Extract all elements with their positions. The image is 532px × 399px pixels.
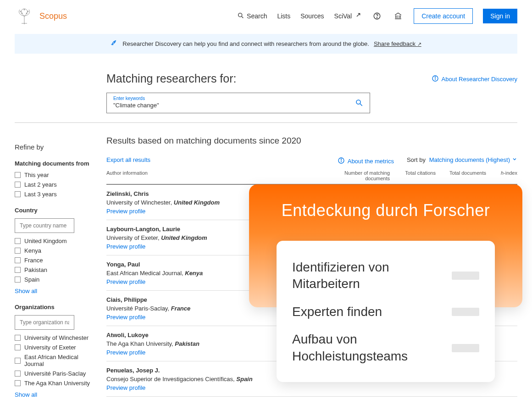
help-icon[interactable] (371, 11, 382, 22)
col-author: Author information (106, 170, 321, 181)
refine-sidebar: Refine by Matching documents from This y… (15, 143, 97, 398)
about-researcher-discovery-link[interactable]: About Researcher Discovery (432, 75, 517, 83)
facet-option[interactable]: East African Medical Journal (15, 354, 97, 367)
page-title: Matching researchers for: (106, 72, 236, 85)
svg-line-14 (360, 104, 362, 106)
sort-by-label: Sort by (407, 156, 426, 163)
about-metrics-link[interactable]: About the metrics (338, 157, 394, 166)
divider (15, 122, 517, 123)
preview-profile-link[interactable]: Preview profile (106, 278, 145, 285)
checkbox-icon (15, 182, 21, 188)
svg-point-0 (20, 11, 21, 12)
facet-option[interactable]: Kenya (15, 247, 97, 254)
checkbox-icon (15, 248, 21, 254)
info-icon (432, 75, 439, 83)
nav-scival[interactable]: SciVal (334, 12, 362, 21)
facet-orgs-title: Organizations (15, 304, 97, 310)
country-filter-input[interactable] (15, 218, 74, 233)
facet-country-title: Country (15, 207, 97, 214)
facet-option[interactable]: Last 3 years (15, 191, 97, 198)
share-feedback-link[interactable]: Share feedback ↗ (374, 40, 421, 48)
facet-option[interactable]: Pakistan (15, 266, 97, 273)
facet-option[interactable]: Université Paris-Saclay (15, 370, 97, 377)
promo-item: Aufbau von Hochleistungsteams (292, 331, 479, 365)
facet-option[interactable]: University of Winchester (15, 334, 97, 341)
promo-item-text: Experten finden (292, 304, 444, 320)
facet-option[interactable]: Last 2 years (15, 181, 97, 188)
svg-point-13 (356, 100, 360, 104)
country-show-all[interactable]: Show all (15, 288, 37, 294)
checkbox-icon (15, 371, 21, 377)
svg-point-4 (26, 13, 27, 14)
facet-option-label: University of Exeter (24, 344, 76, 351)
banner-text: Researcher Discovery can help you find a… (122, 40, 369, 47)
results-heading: Results based on matching documents sinc… (106, 136, 517, 146)
preview-profile-link[interactable]: Preview profile (106, 243, 145, 250)
svg-point-5 (238, 13, 242, 17)
results-toolbar: Export all results About the metrics Sor… (106, 154, 517, 166)
keyword-search-box[interactable]: Enter keywords (106, 93, 370, 113)
facet-option-label: Kenya (24, 247, 41, 254)
external-link-icon (354, 12, 361, 21)
nav-search[interactable]: Search (237, 12, 267, 21)
elsevier-tree-icon (15, 6, 34, 26)
checkbox-icon (15, 380, 21, 386)
promo-item-text: Identifizieren von Mitarbeitern (292, 259, 444, 293)
checkbox-icon (15, 257, 21, 263)
org-filter-input[interactable] (15, 315, 74, 330)
svg-point-8 (377, 17, 377, 18)
facet-option-label: France (24, 257, 43, 264)
facet-option-label: Spain (24, 276, 39, 283)
placeholder-bar (452, 308, 479, 316)
facet-docs-from: This yearLast 2 yearsLast 3 years (15, 172, 97, 198)
table-row: Horton, Richard C.The Lancet, United Kin… (106, 397, 517, 399)
svg-point-3 (22, 13, 22, 14)
facet-docs-from-title: Matching documents from (15, 160, 97, 167)
preview-profile-link[interactable]: Preview profile (106, 314, 145, 321)
facet-country: United KingdomKenyaFrancePakistanSpain (15, 238, 97, 283)
search-label: Enter keywords (113, 96, 355, 101)
preview-profile-link[interactable]: Preview profile (106, 208, 145, 215)
svg-point-1 (28, 11, 28, 12)
checkbox-icon (15, 172, 21, 178)
search-submit-button[interactable] (355, 99, 363, 107)
placeholder-bar (452, 344, 479, 352)
create-account-button[interactable]: Create account (414, 8, 473, 24)
refine-title: Refine by (15, 143, 97, 151)
info-icon (338, 157, 345, 166)
facet-option[interactable]: University of Exeter (15, 344, 97, 351)
svg-point-17 (341, 159, 341, 159)
promo-item: Identifizieren von Mitarbeitern (292, 259, 479, 293)
promo-item-text: Aufbau von Hochleistungsteams (292, 331, 444, 365)
sort-select[interactable]: Matching documents (Highest) (429, 156, 517, 163)
facet-orgs: University of WinchesterUniversity of Ex… (15, 334, 97, 387)
placeholder-bar (452, 272, 479, 280)
orgs-show-all[interactable]: Show all (15, 391, 37, 398)
facet-option-label: East African Medical Journal (24, 354, 97, 367)
discovery-banner: Researcher Discovery can help you find a… (15, 34, 517, 54)
preview-profile-link[interactable]: Preview profile (106, 384, 145, 391)
facet-option-label: This year (24, 172, 49, 178)
facet-option[interactable]: United Kingdom (15, 238, 97, 244)
svg-point-9 (114, 42, 115, 43)
table-header: Author information Number of matching do… (106, 170, 517, 185)
promo-item: Experten finden (292, 304, 479, 320)
logo[interactable]: Scopus (15, 6, 67, 26)
export-all-link[interactable]: Export all results (106, 156, 150, 163)
chevron-down-icon (512, 156, 517, 163)
header: Scopus Search Lists Sources SciVal Creat… (0, 0, 532, 32)
preview-profile-link[interactable]: Preview profile (106, 349, 145, 356)
facet-option[interactable]: The Aga Khan University (15, 380, 97, 387)
facet-option[interactable]: Spain (15, 276, 97, 283)
sign-in-button[interactable]: Sign in (483, 9, 517, 23)
facet-option[interactable]: France (15, 257, 97, 264)
checkbox-icon (15, 335, 21, 341)
nav-lists[interactable]: Lists (277, 12, 290, 20)
promo-title: Entdeckung durch Forscher (263, 201, 509, 220)
nav-sources[interactable]: Sources (300, 12, 324, 20)
search-input[interactable] (113, 101, 355, 109)
facet-option-label: The Aga Khan University (24, 380, 90, 387)
facet-option[interactable]: This year (15, 172, 97, 178)
brand-name: Scopus (39, 11, 67, 21)
institution-icon[interactable] (393, 11, 404, 22)
